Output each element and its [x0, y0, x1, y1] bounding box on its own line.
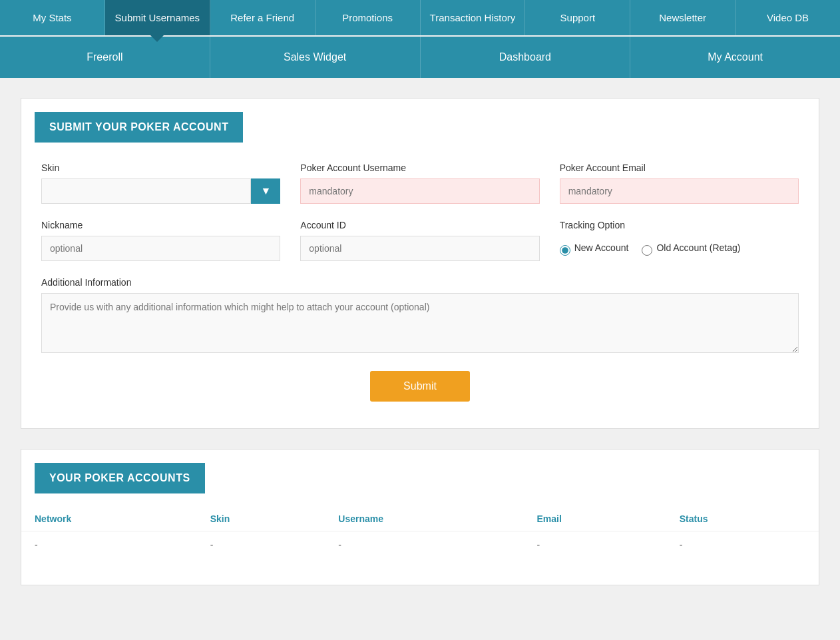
tracking-label: Tracking Option [560, 220, 799, 230]
skin-dropdown-button[interactable]: ▼ [251, 178, 280, 204]
account-id-group: Account ID [300, 220, 539, 261]
nickname-input[interactable] [41, 236, 280, 261]
submit-row: Submit [41, 371, 799, 402]
nav-item-refer-a-friend[interactable]: Refer a Friend [210, 0, 315, 35]
new-account-option[interactable]: New Account [560, 242, 629, 258]
skin-group: Skin 888poker ▼ [41, 162, 280, 204]
col-email: Email [524, 507, 666, 531]
additional-info-label: Additional Information [41, 277, 799, 288]
col-username: Username [325, 507, 523, 531]
nav-item-newsletter[interactable]: Newsletter [630, 0, 735, 35]
nav-item-video-db[interactable]: Video DB [735, 0, 840, 35]
nav-item2-sales-widget[interactable]: Sales Widget [210, 37, 421, 78]
nav-item2-my-account[interactable]: My Account [630, 37, 840, 78]
nav-row2: FreerollSales WidgetDashboardMy Account [0, 37, 840, 78]
submit-section-header: SUBMIT YOUR POKER ACCOUNT [35, 112, 243, 143]
email-group: Poker Account Email [560, 162, 799, 204]
table-row: ----- [21, 531, 819, 559]
cell-email: - [524, 531, 666, 559]
nav-item-transaction-history[interactable]: Transaction History [421, 0, 526, 35]
nav-item-submit-usernames[interactable]: Submit Usernames [105, 0, 210, 35]
submit-button[interactable]: Submit [370, 371, 470, 402]
nav-item-support[interactable]: Support [525, 0, 630, 35]
tracking-group: Tracking Option New Account Old Account … [560, 220, 799, 261]
cell-username: - [325, 531, 523, 559]
nickname-group: Nickname [41, 220, 280, 261]
new-account-radio[interactable] [560, 245, 570, 256]
nav-item2-freeroll[interactable]: Freeroll [0, 37, 210, 78]
email-label: Poker Account Email [560, 162, 799, 173]
cell-skin: - [197, 531, 325, 559]
nav-row1: My StatsSubmit UsernamesRefer a FriendPr… [0, 0, 840, 35]
table-header-row: Network Skin Username Email Status [21, 507, 819, 531]
submit-poker-account-section: SUBMIT YOUR POKER ACCOUNT Skin 888poker … [21, 98, 819, 429]
nickname-label: Nickname [41, 220, 280, 230]
col-status: Status [666, 507, 819, 531]
nav-item-my-stats[interactable]: My Stats [0, 0, 105, 35]
username-label: Poker Account Username [300, 162, 539, 173]
nav-item-promotions[interactable]: Promotions [315, 0, 421, 35]
new-account-radio-label: New Account [574, 242, 629, 253]
username-input[interactable] [300, 178, 539, 204]
your-poker-accounts-section: YOUR POKER ACCOUNTS Network Skin Usernam… [21, 449, 819, 585]
old-account-option[interactable]: Old Account (Retag) [642, 242, 740, 258]
account-id-input[interactable] [300, 236, 539, 261]
cell-network: - [21, 531, 197, 559]
username-group: Poker Account Username [300, 162, 539, 204]
accounts-section-header: YOUR POKER ACCOUNTS [35, 463, 205, 493]
col-skin: Skin [197, 507, 325, 531]
cell-status: - [666, 531, 819, 559]
old-account-radio-label: Old Account (Retag) [656, 242, 740, 253]
skin-label: Skin [41, 162, 280, 173]
account-id-label: Account ID [300, 220, 539, 230]
additional-info-group: Additional Information [41, 277, 799, 355]
old-account-radio[interactable] [642, 245, 652, 256]
nav-item2-dashboard[interactable]: Dashboard [421, 37, 631, 78]
additional-info-textarea[interactable] [41, 293, 799, 353]
accounts-table: Network Skin Username Email Status ----- [21, 507, 819, 558]
email-input[interactable] [560, 178, 799, 204]
col-network: Network [21, 507, 197, 531]
skin-input[interactable]: 888poker [41, 178, 251, 204]
